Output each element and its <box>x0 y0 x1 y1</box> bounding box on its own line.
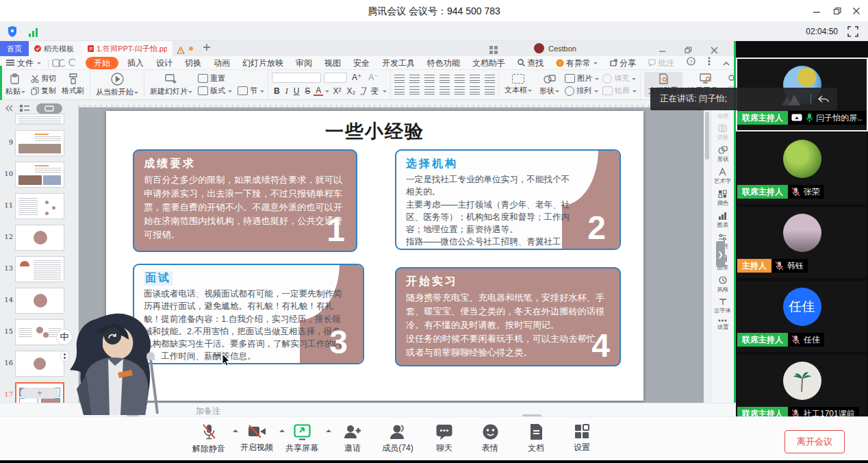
decrease-font-button[interactable]: A⁻ <box>366 73 380 82</box>
bold-button[interactable]: B <box>272 86 282 96</box>
thumbnail-slide-9[interactable] <box>15 130 64 156</box>
expand-panel-chevron[interactable]: ❯ <box>716 241 725 267</box>
outline-button[interactable]: 轮廓 <box>602 86 637 96</box>
strikethrough-button[interactable]: S <box>303 86 312 96</box>
align-left-icon[interactable] <box>394 86 405 95</box>
thumbnail-slide-8-partial[interactable] <box>15 114 64 125</box>
align-right-icon[interactable] <box>424 86 435 95</box>
menu-view[interactable]: 视图 <box>318 56 347 70</box>
slide-box-1[interactable]: 成绩要求 前百分之多少的限制，如果成绩符合要求，就可以申请外派实习，出去浪一下辣… <box>133 149 357 252</box>
superscript-button[interactable]: X² <box>331 86 343 96</box>
distribute-icon[interactable] <box>455 86 465 95</box>
security-shield-icon[interactable] <box>7 25 18 40</box>
slide[interactable]: 一些小经验 成绩要求 前百分之多少的限制，如果成绩符合要求，就可以申请外派实习，… <box>106 111 643 401</box>
participant-tile[interactable]: 任佳 联席主持人 任佳 <box>737 281 867 352</box>
outline-view-icon[interactable] <box>20 105 29 112</box>
audio-wave-button[interactable] <box>104 327 121 345</box>
font-color-button[interactable]: A <box>314 87 323 96</box>
collapse-ribbon-button[interactable] <box>717 56 736 70</box>
align-center-icon[interactable] <box>409 86 420 95</box>
sidetool-cloudfont[interactable]: 云字体 <box>713 298 732 315</box>
line-spacing-icon[interactable] <box>470 75 480 83</box>
leave-meeting-button[interactable]: 离开会议 <box>784 430 845 453</box>
cut-button[interactable]: 剪切 <box>31 73 56 84</box>
sidetool-settings[interactable]: 设置 <box>717 319 729 331</box>
start-video-button[interactable]: 开启视频 <box>234 423 279 453</box>
thumbnail-slide-11[interactable] <box>15 193 64 219</box>
subscript-button[interactable]: X₂ <box>344 86 357 96</box>
docs-button[interactable]: 文档 <box>513 423 559 454</box>
fill-button[interactable]: 填充 <box>602 73 637 84</box>
settings-button[interactable]: 设置 <box>559 423 604 453</box>
slide-box-4[interactable]: 开始实习 随身携带充电宝、充电器和纸笔，安排好水杯、手套、暖宝宝、便当之类的，冬… <box>395 267 621 366</box>
doc-warning-icon[interactable] <box>177 45 185 57</box>
autofit-icon[interactable] <box>485 86 495 95</box>
chat-button[interactable]: 聊天 <box>422 423 467 454</box>
slide-view-toggle[interactable] <box>36 103 62 114</box>
new-tab-button[interactable] <box>203 43 211 53</box>
close-button[interactable] <box>847 4 865 18</box>
participant-tile[interactable]: 主持人 韩钰 <box>737 207 867 278</box>
clear-format-icon[interactable] <box>359 87 367 95</box>
menu-design[interactable]: 设计 <box>150 56 179 70</box>
quick-access-icons[interactable] <box>52 58 80 68</box>
increase-font-button[interactable]: A⁺ <box>350 73 363 82</box>
share-screen-button[interactable]: 共享屏幕 <box>279 423 324 454</box>
sidetool-wordart[interactable]: 艺术字 <box>713 168 732 186</box>
user-avatar[interactable] <box>534 43 544 53</box>
layout-button[interactable]: 版式 <box>198 86 232 96</box>
minimize-button[interactable] <box>808 4 826 18</box>
indent-icon[interactable] <box>439 75 450 83</box>
menu-find[interactable]: 查找 <box>511 56 550 70</box>
comment-menu[interactable]: 批注 <box>642 56 680 70</box>
menu-devtools[interactable]: 开发工具 <box>376 56 421 70</box>
add-slide-button[interactable]: + <box>21 388 59 399</box>
ime-indicator[interactable]: 中 <box>56 329 73 345</box>
ime-mini-toolbar[interactable] <box>60 351 69 362</box>
collapse-panel-icon[interactable] <box>5 105 13 112</box>
bullet-list-icon[interactable] <box>394 75 405 83</box>
thumbnail-slide-10[interactable] <box>15 162 64 188</box>
participant-tile[interactable]: 联席主持人 社工1701课前 <box>737 355 867 416</box>
vertical-scrollbar[interactable] <box>704 108 711 403</box>
abnormal-status[interactable]: ! 有异常 <box>550 56 604 70</box>
sidetool-color[interactable]: 颜色 <box>717 190 729 208</box>
participant-tile[interactable]: 联席主持人 张荣 <box>737 133 867 204</box>
paste-button[interactable]: 粘贴 <box>3 73 27 97</box>
slide-box-2[interactable]: 选择机构 一定是找社工专业的单位实习，不能找个不相关的。 主要考虑——主打领域（… <box>395 149 621 250</box>
help-button[interactable]: ? <box>680 56 702 70</box>
members-button[interactable]: 成员(74) <box>375 423 420 454</box>
scrollbar-thumb[interactable] <box>705 112 709 160</box>
copy-button[interactable]: 复制 <box>31 86 56 96</box>
menu-transition[interactable]: 切换 <box>179 56 207 70</box>
invite-button[interactable]: 邀请 <box>330 423 375 454</box>
image-button[interactable]: 图片 <box>565 73 599 84</box>
menu-features[interactable]: 特色功能 <box>421 56 466 70</box>
apps-grid-icon[interactable] <box>489 45 498 57</box>
restore-button[interactable] <box>828 4 846 18</box>
number-list-icon[interactable] <box>409 75 420 83</box>
format-painter-button[interactable]: 格式刷 <box>60 73 86 96</box>
reactions-button[interactable]: 表情 <box>468 423 513 454</box>
tab-document[interactable]: P 1.答辩PPT-闫子怡.pptx <box>82 41 173 56</box>
sidetool-style[interactable]: 风格 <box>717 276 729 294</box>
new-slide-button[interactable]: 新建幻灯片 <box>148 73 194 97</box>
sidetool-chart[interactable]: 图表 <box>717 212 729 229</box>
tab-home[interactable]: 首页 <box>0 41 29 56</box>
thumbnail-slide-12[interactable] <box>15 225 64 251</box>
wps-restore-button[interactable] <box>685 45 692 57</box>
share-menu[interactable]: 分享 <box>604 56 642 70</box>
arrange-button[interactable]: 排列 <box>565 86 599 96</box>
play-from-current-button[interactable]: 从当前开始 <box>94 73 140 97</box>
font-size-combo[interactable] <box>324 73 347 83</box>
text-direction-icon[interactable] <box>455 75 465 83</box>
tab-docer[interactable]: 稻壳模板 <box>29 41 82 56</box>
section-button[interactable]: 节 <box>238 86 264 96</box>
italic-button[interactable]: I <box>283 86 290 97</box>
vertical-align-icon[interactable] <box>470 86 480 95</box>
shape-button[interactable]: 形状 <box>537 74 561 96</box>
sidetool-shape[interactable]: 形状 <box>717 146 729 164</box>
wps-close-button[interactable] <box>711 45 718 57</box>
menu-doc-assistant[interactable]: 文档助手 <box>466 56 511 70</box>
justify-icon[interactable] <box>439 86 450 95</box>
